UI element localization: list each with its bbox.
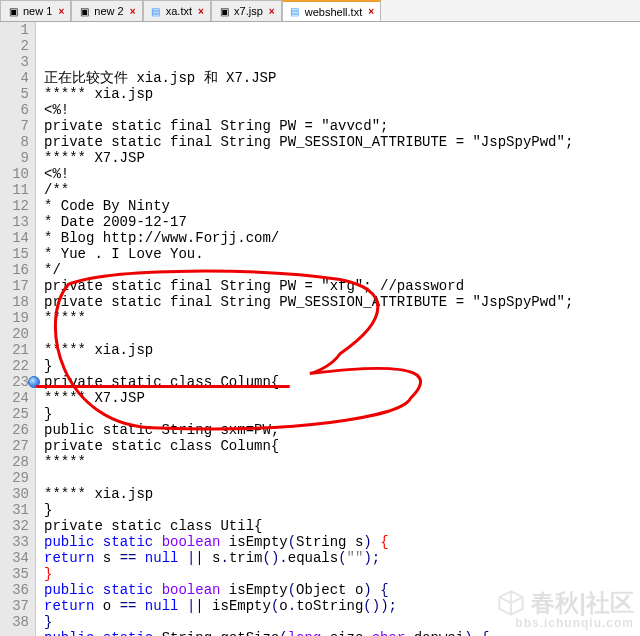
line-number: 15	[4, 246, 29, 262]
close-icon[interactable]: ×	[56, 6, 66, 16]
line-number: 13	[4, 214, 29, 230]
code-line[interactable]: }	[44, 502, 640, 518]
line-number: 20	[4, 326, 29, 342]
line-number: 24	[4, 390, 29, 406]
close-icon[interactable]: ×	[267, 6, 277, 16]
code-line[interactable]	[44, 470, 640, 486]
tab-label: new 1	[23, 5, 52, 17]
line-number: 33	[4, 534, 29, 550]
code-line[interactable]: */	[44, 262, 640, 278]
line-number: 4	[4, 70, 29, 86]
code-line[interactable]: ***** xia.jsp	[44, 86, 640, 102]
doc-icon: ▣	[7, 5, 19, 17]
line-number: 12	[4, 198, 29, 214]
line-number: 23	[4, 374, 29, 390]
line-number: 34	[4, 550, 29, 566]
txt-icon: ▤	[289, 6, 301, 18]
code-line[interactable]: }	[44, 406, 640, 422]
tab-label: webshell.txt	[305, 6, 362, 18]
code-line[interactable]: private static class Util{	[44, 518, 640, 534]
line-number: 25	[4, 406, 29, 422]
line-number: 3	[4, 54, 29, 70]
tab-label: xa.txt	[166, 5, 192, 17]
line-number: 30	[4, 486, 29, 502]
txt-icon: ▤	[150, 5, 162, 17]
line-number: 18	[4, 294, 29, 310]
close-icon[interactable]: ×	[366, 7, 376, 17]
code-line[interactable]: public static boolean isEmpty(String s) …	[44, 534, 640, 550]
line-number: 26	[4, 422, 29, 438]
line-number: 38	[4, 614, 29, 630]
code-line[interactable]: private static final String PW = "avvcd"…	[44, 118, 640, 134]
line-number: 22	[4, 358, 29, 374]
code-line[interactable]: ***** xia.jsp	[44, 342, 640, 358]
line-number: 2	[4, 38, 29, 54]
code-line[interactable]: * Code By Ninty	[44, 198, 640, 214]
code-line[interactable]: /**	[44, 182, 640, 198]
tab-label: x7.jsp	[234, 5, 263, 17]
line-number: 32	[4, 518, 29, 534]
code-line[interactable]: *****	[44, 454, 640, 470]
code-line[interactable]: private static class Column{	[44, 374, 640, 390]
code-line[interactable]: * Blog http://www.Forjj.com/	[44, 230, 640, 246]
close-icon[interactable]: ×	[196, 6, 206, 16]
code-editor[interactable]: 1234567891011121314151617181920212223242…	[0, 22, 640, 636]
line-number: 31	[4, 502, 29, 518]
code-line[interactable]: }	[44, 566, 640, 582]
code-line[interactable]: public static String getSize(long size,c…	[44, 630, 640, 636]
code-line[interactable]: private static final String PW_SESSION_A…	[44, 134, 640, 150]
line-number: 17	[4, 278, 29, 294]
code-line[interactable]: private static final String PW = "xfg"; …	[44, 278, 640, 294]
doc-icon: ▣	[218, 5, 230, 17]
tab-xa-txt[interactable]: ▤ xa.txt ×	[143, 0, 211, 21]
line-number: 7	[4, 118, 29, 134]
line-number: 36	[4, 582, 29, 598]
code-line[interactable]: <%!	[44, 102, 640, 118]
line-number: 28	[4, 454, 29, 470]
code-area[interactable]: 正在比较文件 xia.jsp 和 X7.JSP***** xia.jsp<%!p…	[36, 22, 640, 636]
doc-icon: ▣	[78, 5, 90, 17]
line-number: 8	[4, 134, 29, 150]
tab-x7-jsp[interactable]: ▣ x7.jsp ×	[211, 0, 282, 21]
line-number: 35	[4, 566, 29, 582]
code-line[interactable]: }	[44, 614, 640, 630]
code-line[interactable]: ***** X7.JSP	[44, 150, 640, 166]
code-line[interactable]: ***** X7.JSP	[44, 390, 640, 406]
line-gutter: 1234567891011121314151617181920212223242…	[0, 22, 36, 636]
tab-new-1[interactable]: ▣ new 1 ×	[0, 0, 71, 21]
tab-new-2[interactable]: ▣ new 2 ×	[71, 0, 142, 21]
code-line[interactable]: * Yue . I Love You.	[44, 246, 640, 262]
line-number: 14	[4, 230, 29, 246]
code-line[interactable]: ***** xia.jsp	[44, 486, 640, 502]
tab-bar: ▣ new 1 × ▣ new 2 × ▤ xa.txt × ▣ x7.jsp …	[0, 0, 640, 22]
line-number: 16	[4, 262, 29, 278]
code-line[interactable]: return s == null || s.trim().equals("");	[44, 550, 640, 566]
tab-webshell-txt[interactable]: ▤ webshell.txt ×	[282, 0, 381, 21]
code-line[interactable]: public static boolean isEmpty(Object o) …	[44, 582, 640, 598]
line-number: 6	[4, 102, 29, 118]
code-line[interactable]: * Date 2009-12-17	[44, 214, 640, 230]
code-line[interactable]: <%!	[44, 166, 640, 182]
code-line[interactable]: return o == null || isEmpty(o.toString()…	[44, 598, 640, 614]
code-line[interactable]: 正在比较文件 xia.jsp 和 X7.JSP	[44, 70, 640, 86]
code-line[interactable]: *****	[44, 310, 640, 326]
code-line[interactable]	[44, 326, 640, 342]
line-number: 19	[4, 310, 29, 326]
line-number: 11	[4, 182, 29, 198]
line-number: 1	[4, 22, 29, 38]
line-number: 37	[4, 598, 29, 614]
line-number: 21	[4, 342, 29, 358]
close-icon[interactable]: ×	[128, 6, 138, 16]
code-line[interactable]: public static String sxm=PW;	[44, 422, 640, 438]
tab-label: new 2	[94, 5, 123, 17]
code-line[interactable]: }	[44, 358, 640, 374]
line-number: 29	[4, 470, 29, 486]
code-line[interactable]: private static final String PW_SESSION_A…	[44, 294, 640, 310]
line-number: 9	[4, 150, 29, 166]
line-number: 5	[4, 86, 29, 102]
code-line[interactable]: private static class Column{	[44, 438, 640, 454]
line-number: 10	[4, 166, 29, 182]
line-number: 27	[4, 438, 29, 454]
